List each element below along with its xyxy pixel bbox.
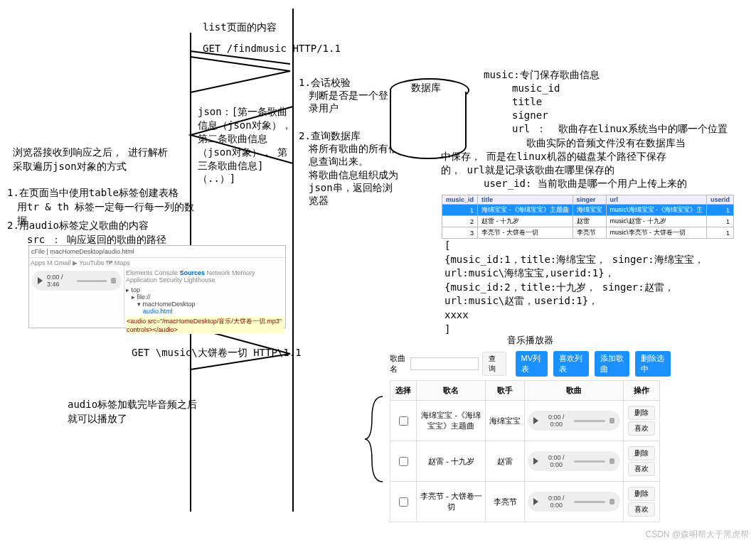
delete-button[interactable]: 删除 [628,487,655,501]
delete-selected-button[interactable]: 删除选中 [635,351,671,377]
mv-list-button[interactable]: MV列表 [516,351,548,377]
label-json-response: json：[第一条歌曲信息（json对象）， 第二条歌曲信息（json对象）， … [198,105,296,185]
fav-button[interactable]: 喜欢 [628,462,655,476]
schema-url-desc: 歌曲存在linux系统当中的哪一个位置 [558,123,728,134]
th-ops: 操作 [624,381,660,401]
row-checkbox[interactable] [399,457,408,466]
db-td: 1 [442,205,478,216]
point2a: 2.用audio标签定义歌曲的内容 [7,219,203,233]
play-icon[interactable] [533,498,538,505]
song-singer: 赵雷 [486,441,525,482]
watermark: CSDN @森明帮大于黑虎帮 [645,529,749,541]
th-song: 歌曲 [525,381,624,401]
db-th: music_id [442,195,478,205]
schema-title-f: title [512,95,754,109]
json-l0: [ [444,239,743,253]
label-http-music: GET \music\大饼卷一切 HTTP\1.1 [132,347,302,360]
table-row: 赵雷 - 十九岁 赵雷 0:00 / 0:00 删除喜欢 [390,441,660,482]
schema-url-l3: 的， url就是记录该歌曲在哪里保存的 [441,163,754,177]
song-name: 李亮节 - 大饼卷一切 [417,482,486,522]
search-button[interactable]: 查询 [482,352,506,376]
db-td: 1 [707,205,734,216]
db-td: music\海绵宝宝 -《海绵宝宝》主 [606,205,707,216]
db-td: 李亮节 - 大饼卷一切 [478,227,573,239]
table-row: 李亮节 - 大饼卷一切 李亮节 0:00 / 0:00 删除喜欢 [390,482,660,522]
audio-player[interactable]: 0:00 / 0:00 [528,411,620,431]
th-singer: 歌手 [486,381,525,401]
db-td: 赵雷 - 十九岁 [478,216,573,227]
player-table: 选择 歌名 歌手 歌曲 操作 海绵宝宝 -《海绵宝宝》主题曲 海绵宝宝 0:00… [390,380,660,522]
volume-icon[interactable] [609,458,614,464]
audio-time: 0:00 / 0:00 [543,414,569,428]
player-title: 音乐播放器 [390,334,671,347]
db-td: music\李亮节 - 大饼卷一切 [606,227,707,239]
step2-title: 2.查询数据库 [299,129,402,142]
schema-url-l1: 歌曲实际的音频文件没有在数据库当 [441,136,754,150]
db-th: singer [573,195,606,205]
label-http-get: GET /findmusic HTTP/1.1 [203,43,341,54]
db-td: 2 [442,216,478,227]
db-td: music\赵雷 - 十九岁 [606,216,707,227]
th-select: 选择 [390,381,417,401]
fav-button[interactable]: 喜欢 [628,421,655,436]
search-input[interactable] [410,357,479,370]
song-singer: 海绵宝宝 [486,401,525,441]
add-song-button[interactable]: 添加歌曲 [595,351,630,377]
db-th: url [606,195,707,205]
db-td: 赵雷 [573,216,606,227]
audio-player[interactable]: 0:00 / 0:00 [528,451,620,471]
fav-list-button[interactable]: 喜欢列表 [553,351,589,377]
schema-url-label: url ： [512,123,546,134]
audio-time: 0:00 / 0:00 [543,495,569,509]
row-checkbox[interactable] [399,416,408,426]
step1-title: 1.会话校验 [299,77,391,90]
db-th: userid [707,195,734,205]
table-row: 海绵宝宝 -《海绵宝宝》主题曲 海绵宝宝 0:00 / 0:00 删除喜欢 [390,401,660,441]
label-list-page: list页面的内容 [203,21,277,34]
volume-icon[interactable] [609,499,614,504]
delete-button[interactable]: 删除 [628,446,655,460]
db-td: 海绵宝宝 -《海绵宝宝》主题曲 [478,205,573,216]
step1-body: 判断是否是一个登录用户 [309,90,391,115]
step2-body1: 将所有歌曲的所有信息查询出来。 [309,142,402,168]
song-name: 海绵宝宝 -《海绵宝宝》主题曲 [417,401,486,441]
step2-body2: 将歌曲信息组织成为json串，返回给浏览器 [309,168,402,207]
db-table: music_id title singer url userid 1 海绵宝宝 … [442,195,734,239]
point1a: 1.在页面当中使用table标签创建表格 [7,186,203,200]
fav-button[interactable]: 喜欢 [628,502,655,517]
audio-time: 0:00 / 0:00 [543,454,569,468]
schema-title: music:专门保存歌曲信息 [484,68,754,82]
volume-icon [111,278,116,284]
search-label: 歌曲名 [390,353,408,374]
play-icon[interactable] [533,417,538,424]
schema-url-l2: 中保存， 而是在linux机器的磁盘某个路径下保存 [441,150,754,163]
database-label: 数据库 [411,82,441,95]
schema-userid: user_id: 当前歌曲是哪一个用户上传上来的 [484,177,754,190]
audio-done1: audio标签加载完毕音频之后 [68,398,197,412]
delete-button[interactable]: 删除 [628,406,655,420]
song-singer: 李亮节 [486,482,525,522]
db-td: 1 [707,227,734,239]
schema-signer: signer [512,109,754,122]
db-td: 1 [707,216,734,227]
song-name: 赵雷 - 十九岁 [417,441,486,482]
devtools-screenshot: cFile | macHomeDesktop/audio.html Apps M… [28,245,286,328]
schema-musicid: music_id [512,82,754,95]
volume-icon[interactable] [609,418,614,423]
browser-parse-1: 浏览器接收到响应之后， 进行解析 [13,146,198,160]
db-td: 海绵宝宝 [573,205,606,216]
db-td: 3 [442,227,478,239]
play-icon[interactable] [533,458,538,465]
play-icon [38,277,43,284]
db-th: title [478,195,573,205]
th-name: 歌名 [417,381,486,401]
audio-done2: 就可以播放了 [68,412,197,426]
row-checkbox[interactable] [399,497,408,507]
json-l1: {music_id:1，title:海绵宝宝， singer:海绵宝宝， url… [444,253,743,281]
browser-parse-2: 采取遍历json对象的方式 [13,160,198,174]
json-l3: xxxx [444,308,743,323]
json-l2: {music_id:2，title:十九岁， singer:赵雷， url:mu… [444,281,743,308]
audio-player[interactable]: 0:00 / 0:00 [528,492,620,512]
db-td: 李亮节 [573,227,606,239]
